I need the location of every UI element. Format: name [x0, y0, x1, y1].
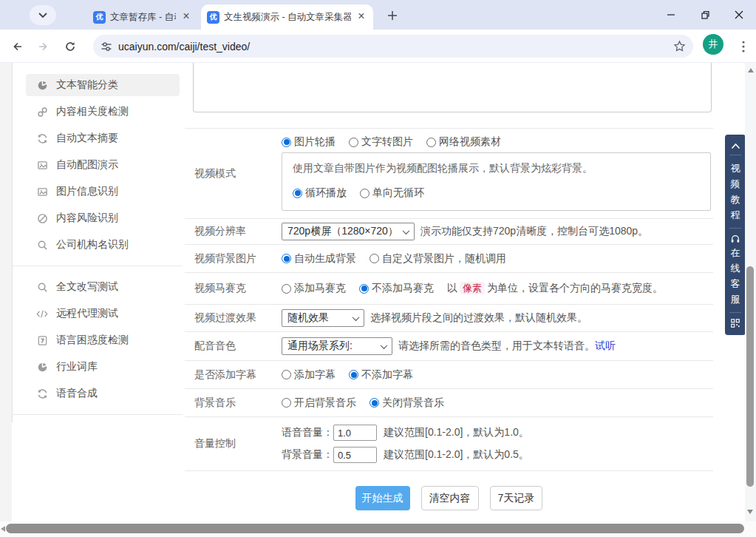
sidebar-item-label: 语言困惑度检测	[56, 334, 129, 347]
radio-option-add-subtitle[interactable]: 添加字幕	[282, 368, 336, 382]
radio-icon[interactable]	[370, 254, 379, 263]
sidebar-item-language-perplexity[interactable]: 语言困惑度检测	[13, 327, 183, 354]
sidebar-item-content-relevance[interactable]: 内容相关度检测	[13, 98, 183, 125]
forward-button[interactable]	[33, 36, 55, 58]
radio-selected-icon[interactable]	[349, 370, 358, 379]
radio-selected-icon[interactable]	[282, 138, 291, 147]
sidebar-item-speech-synthesis[interactable]: 语音合成	[13, 380, 183, 407]
search-icon	[36, 281, 48, 293]
radio-icon[interactable]	[282, 398, 291, 408]
radio-selected-icon[interactable]	[370, 398, 379, 408]
speech-volume-input[interactable]	[333, 425, 377, 441]
clear-content-button[interactable]: 清空内容	[421, 486, 479, 510]
online-support-button[interactable]: 在线客服	[730, 245, 740, 307]
row-video-mode: 视频模式 图片轮播 文字转图片 网络视频素材 使用文章自带图片作为视频配图轮播展…	[185, 129, 713, 219]
sidebar-item-image-info-recognition[interactable]: 图片信息识别	[13, 178, 183, 205]
vertical-scrollbar-thumb[interactable]	[746, 266, 754, 487]
browser-menu-button[interactable]	[735, 36, 752, 58]
radio-label: 添加字幕	[294, 368, 336, 382]
subtitle-radio-group: 添加字幕 不添加字幕	[282, 368, 713, 382]
qr-code-button[interactable]	[725, 318, 746, 328]
bookmark-star-button[interactable]	[673, 40, 686, 53]
music-radio-group: 开启背景音乐 关闭背景音乐	[282, 396, 713, 410]
radio-option-add-mosaic[interactable]: 添加马赛克	[282, 282, 346, 295]
seven-day-records-button[interactable]: 7天记录	[490, 486, 543, 510]
back-to-top-button[interactable]	[725, 143, 746, 149]
close-window-button[interactable]	[722, 0, 756, 30]
radio-icon[interactable]	[282, 284, 291, 294]
bgm-volume-input[interactable]	[333, 447, 377, 463]
article-textarea[interactable]	[193, 63, 712, 112]
video-mode-radio-group: 图片轮播 文字转图片 网络视频素材	[282, 135, 711, 149]
resolution-select[interactable]: 720p横屏（1280×720）	[282, 223, 415, 240]
radio-icon[interactable]	[426, 138, 436, 147]
sidebar-item-remote-proxy-test[interactable]: 远程代理测试	[13, 300, 183, 327]
radio-label: 文字转图片	[361, 135, 413, 149]
sidebar-item-full-rewrite-test[interactable]: 全文改写测试	[13, 274, 183, 300]
sidebar-item-label: 文本智能分类	[56, 78, 118, 92]
refresh-icon	[36, 388, 48, 399]
address-bar[interactable]: ucaiyun.com/caiji/test_video/	[93, 35, 693, 58]
sidebar-item-label: 行业词库	[56, 360, 98, 374]
profile-avatar[interactable]: 井	[703, 34, 723, 55]
voice-select[interactable]: 通用场景系列:	[282, 337, 392, 355]
row-voice-timbre: 配音音色 通用场景系列: 请选择所需的音色类型，用于文本转语音。 试听	[185, 332, 713, 361]
scroll-down-arrow[interactable]	[747, 510, 753, 514]
sidebar-item-company-name-recognition[interactable]: 公司机构名识别	[13, 232, 183, 258]
close-tab-icon[interactable]: ×	[180, 11, 192, 23]
start-generate-button[interactable]: 开始生成	[355, 486, 410, 510]
radio-icon[interactable]	[360, 189, 370, 198]
scroll-up-arrow[interactable]	[748, 68, 754, 72]
radio-option-image-carousel[interactable]: 图片轮播	[282, 135, 336, 149]
radio-label: 网络视频素材	[439, 135, 501, 149]
horizontal-scrollbar-thumb[interactable]	[6, 524, 744, 533]
new-tab-button[interactable]	[384, 7, 401, 24]
radio-option-custom-background[interactable]: 自定义背景图片，随机调用	[370, 252, 506, 266]
sidebar-item-text-classification[interactable]: 文本智能分类	[13, 72, 183, 98]
radio-option-text-to-image[interactable]: 文字转图片	[349, 135, 413, 149]
restore-button[interactable]	[688, 0, 722, 30]
radio-icon[interactable]	[282, 370, 291, 379]
headset-icon[interactable]	[725, 234, 746, 243]
reload-button[interactable]	[59, 36, 81, 58]
radio-option-no-mosaic[interactable]: 不添加马赛克	[359, 282, 434, 295]
radio-option-auto-background[interactable]: 自动生成背景	[282, 252, 356, 266]
tab-article-library[interactable]: 优 文章暂存库 - 自动文章采集器-优 ×	[87, 4, 198, 30]
minimize-button[interactable]	[654, 0, 688, 30]
panel-divider	[729, 228, 741, 229]
radio-option-one-way-no-loop[interactable]: 单向无循环	[360, 186, 424, 200]
url-text[interactable]: ucaiyun.com/caiji/test_video/	[118, 41, 673, 53]
radio-option-music-on[interactable]: 开启背景音乐	[282, 396, 356, 410]
close-tab-icon[interactable]: ×	[355, 11, 367, 23]
ban-icon	[36, 212, 48, 224]
code-icon	[36, 308, 48, 320]
radio-option-loop-play[interactable]: 循环播放	[293, 186, 347, 200]
radio-selected-icon[interactable]	[293, 189, 302, 198]
sidebar-item-content-risk[interactable]: 内容风险识别	[13, 205, 183, 232]
tab-search-button[interactable]	[30, 5, 56, 25]
tab-text-to-video[interactable]: 优 文生视频演示 - 自动文章采集器 ×	[201, 4, 373, 30]
back-button[interactable]	[6, 36, 28, 58]
field-label: 视频模式	[185, 167, 282, 180]
radio-option-no-subtitle[interactable]: 不添加字幕	[349, 368, 413, 382]
forward-icon	[38, 41, 50, 53]
audition-link[interactable]: 试听	[595, 340, 616, 353]
vertical-scrollbar[interactable]	[745, 63, 756, 521]
radio-selected-icon[interactable]	[282, 254, 291, 263]
sidebar-item-auto-summary[interactable]: 自动文本摘要	[13, 125, 183, 152]
scroll-left-arrow[interactable]	[1, 526, 5, 532]
video-tutorial-button[interactable]: 视频教程	[730, 161, 740, 223]
horizontal-scrollbar[interactable]	[0, 521, 756, 537]
site-controls-icon[interactable]	[101, 41, 112, 53]
chevron-up-icon	[731, 143, 740, 149]
transition-select[interactable]: 随机效果	[282, 309, 364, 327]
sidebar-item-auto-image-demo[interactable]: 自动配图演示	[13, 152, 183, 178]
radio-selected-icon[interactable]	[359, 284, 369, 294]
main-content: 视频模式 图片轮播 文字转图片 网络视频素材 使用文章自带图片作为视频配图轮播展…	[185, 63, 713, 510]
mode-description-box: 使用文章自带图片作为视频配图轮播展示，默认背景为炫彩背景。 循环播放 单向无循环	[282, 152, 711, 211]
close-icon	[735, 10, 743, 19]
radio-icon[interactable]	[349, 138, 358, 147]
sidebar-item-industry-lexicon[interactable]: 行业词库	[13, 354, 183, 380]
radio-option-music-off[interactable]: 关闭背景音乐	[370, 396, 444, 410]
radio-option-web-video-material[interactable]: 网络视频素材	[426, 135, 501, 149]
